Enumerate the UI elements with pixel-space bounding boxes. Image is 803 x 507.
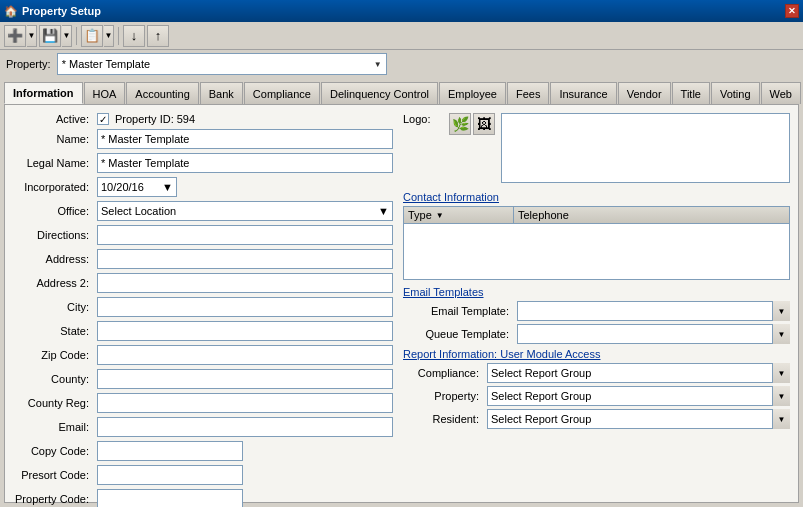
incorporated-row: Incorporated: 10/20/16 ▼	[13, 177, 393, 197]
email-input[interactable]	[97, 417, 393, 437]
tab-vendor[interactable]: Vendor	[618, 82, 671, 104]
compliance-report-value: Select Report Group	[491, 367, 591, 379]
office-label: Office:	[13, 205, 93, 217]
queue-template-row: Queue Template: ▼	[403, 324, 790, 344]
copy-code-label: Copy Code:	[13, 445, 93, 457]
name-row: Name:	[13, 129, 393, 149]
county-reg-row: County Reg:	[13, 393, 393, 413]
save-button[interactable]: 💾	[39, 25, 61, 47]
tab-employee[interactable]: Employee	[439, 82, 506, 104]
property-report-arrow[interactable]: ▼	[772, 386, 790, 406]
city-label: City:	[13, 301, 93, 313]
property-select-value: * Master Template	[62, 58, 150, 70]
copy-code-input[interactable]	[97, 441, 243, 461]
report-section: Report Information: User Module Access C…	[403, 348, 790, 429]
tab-information[interactable]: Information	[4, 82, 83, 104]
state-label: State:	[13, 325, 93, 337]
property-row: Property: * Master Template ▼	[0, 50, 803, 78]
copy-button[interactable]: 📋	[81, 25, 103, 47]
incorporated-select[interactable]: 10/20/16 ▼	[97, 177, 177, 197]
tab-delinquency-control[interactable]: Delinquency Control	[321, 82, 438, 104]
address2-input[interactable]	[97, 273, 393, 293]
directions-row: Directions:	[13, 225, 393, 245]
incorporated-arrow: ▼	[162, 181, 173, 193]
logo-clear-button[interactable]: 🖼	[473, 113, 495, 135]
state-row: State:	[13, 321, 393, 341]
legal-name-row: Legal Name:	[13, 153, 393, 173]
compliance-report-select-wrapper: Select Report Group ▼	[487, 363, 790, 383]
left-column: Active: ✓ Property ID: 594 Name: Legal N…	[13, 113, 393, 494]
state-input[interactable]	[97, 321, 393, 341]
presort-code-input[interactable]	[97, 465, 243, 485]
save-dropdown-arrow[interactable]: ▼	[62, 25, 72, 47]
email-template-select[interactable]	[517, 301, 790, 321]
save-dropdown[interactable]: 💾 ▼	[39, 25, 72, 47]
toolbar-separator-1	[76, 27, 77, 45]
copy-dropdown[interactable]: 📋 ▼	[81, 25, 114, 47]
property-code-row: Property Code:	[13, 489, 393, 507]
name-label: Name:	[13, 133, 93, 145]
zip-row: Zip Code:	[13, 345, 393, 365]
compliance-report-select[interactable]: Select Report Group	[487, 363, 790, 383]
right-column: Logo: 🌿 🖼 Contact Information Type ▼	[403, 113, 790, 494]
legal-name-input[interactable]	[97, 153, 393, 173]
tab-bank[interactable]: Bank	[200, 82, 243, 104]
title-bar: 🏠 Property Setup ✕	[0, 0, 803, 22]
county-reg-input[interactable]	[97, 393, 393, 413]
compliance-report-arrow[interactable]: ▼	[772, 363, 790, 383]
queue-template-select-wrapper: ▼	[517, 324, 790, 344]
resident-report-arrow[interactable]: ▼	[772, 409, 790, 429]
resident-report-label: Resident:	[403, 413, 483, 425]
property-report-row: Property: Select Report Group ▼	[403, 386, 790, 406]
tab-fees[interactable]: Fees	[507, 82, 549, 104]
resident-report-select[interactable]: Select Report Group	[487, 409, 790, 429]
queue-template-select[interactable]	[517, 324, 790, 344]
address-row: Address:	[13, 249, 393, 269]
tab-accounting[interactable]: Accounting	[126, 82, 198, 104]
add-dropdown[interactable]: ➕ ▼	[4, 25, 37, 47]
tab-web[interactable]: Web	[761, 82, 801, 104]
tab-insurance[interactable]: Insurance	[550, 82, 616, 104]
city-input[interactable]	[97, 297, 393, 317]
copy-code-row: Copy Code:	[13, 441, 393, 461]
report-section-title[interactable]: Report Information: User Module Access	[403, 348, 790, 360]
contact-type-header: Type ▼	[404, 207, 514, 223]
main-content: Information HOA Accounting Bank Complian…	[0, 78, 803, 507]
address-input[interactable]	[97, 249, 393, 269]
county-label: County:	[13, 373, 93, 385]
office-row: Office: Select Location ▼	[13, 201, 393, 221]
tab-voting[interactable]: Voting	[711, 82, 760, 104]
tab-title[interactable]: Title	[672, 82, 710, 104]
logo-upload-button[interactable]: 🌿	[449, 113, 471, 135]
logo-section: Logo: 🌿 🖼	[403, 113, 790, 183]
move-up-button[interactable]: ↑	[147, 25, 169, 47]
contact-section-title[interactable]: Contact Information	[403, 191, 790, 203]
office-select[interactable]: Select Location ▼	[97, 201, 393, 221]
add-dropdown-arrow[interactable]: ▼	[27, 25, 37, 47]
property-report-select[interactable]: Select Report Group	[487, 386, 790, 406]
contact-body	[404, 224, 789, 279]
queue-template-arrow[interactable]: ▼	[772, 324, 790, 344]
move-down-button[interactable]: ↓	[123, 25, 145, 47]
county-input[interactable]	[97, 369, 393, 389]
zip-input[interactable]	[97, 345, 393, 365]
property-select[interactable]: * Master Template ▼	[57, 53, 387, 75]
directions-input[interactable]	[97, 225, 393, 245]
email-template-arrow[interactable]: ▼	[772, 301, 790, 321]
tab-hoa[interactable]: HOA	[84, 82, 126, 104]
email-templates-title[interactable]: Email Templates	[403, 286, 790, 298]
tab-compliance[interactable]: Compliance	[244, 82, 320, 104]
address2-label: Address 2:	[13, 277, 93, 289]
close-button[interactable]: ✕	[785, 4, 799, 18]
name-input[interactable]	[97, 129, 393, 149]
copy-dropdown-arrow[interactable]: ▼	[104, 25, 114, 47]
email-row: Email:	[13, 417, 393, 437]
legal-name-label: Legal Name:	[13, 157, 93, 169]
form-panel: Active: ✓ Property ID: 594 Name: Legal N…	[4, 104, 799, 503]
property-id-text: Property ID: 594	[115, 113, 195, 125]
property-code-input[interactable]	[97, 489, 243, 507]
directions-label: Directions:	[13, 229, 93, 241]
add-button[interactable]: ➕	[4, 25, 26, 47]
active-checkbox[interactable]: ✓	[97, 113, 109, 125]
queue-template-label: Queue Template:	[403, 328, 513, 340]
